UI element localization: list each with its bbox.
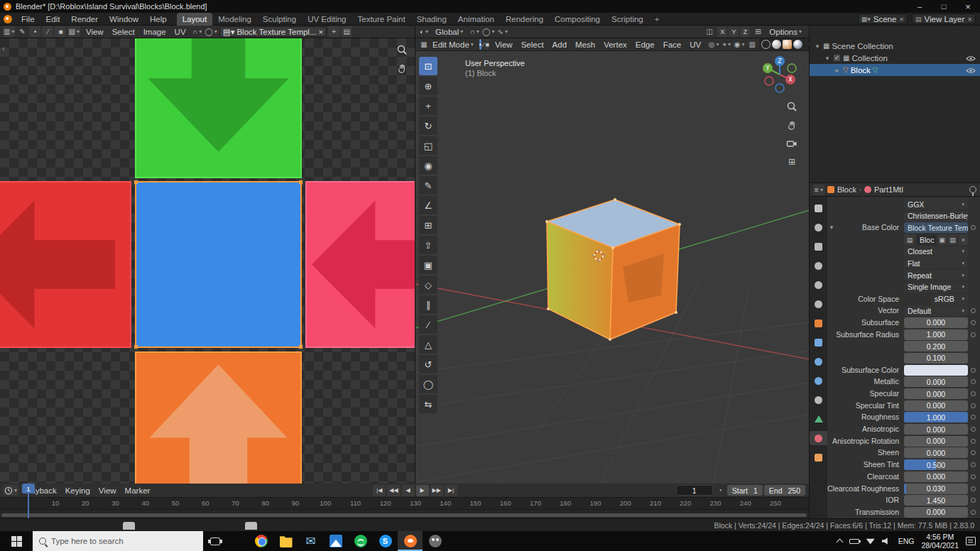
disclosure-triangle-icon[interactable]: ▸ [834, 67, 841, 74]
animate-decorator-dot[interactable] [971, 308, 976, 313]
animate-decorator-dot[interactable] [971, 391, 976, 396]
falloff-icon[interactable]: ∿ [496, 26, 508, 37]
play-reverse-button[interactable]: ◀ [402, 485, 415, 496]
object-visibility-icon[interactable]: ◎ [708, 39, 719, 50]
tool-cursor[interactable]: ⊕ [419, 77, 437, 95]
image-unlink-icon[interactable]: × [319, 28, 324, 36]
taskbar-search[interactable]: Type here to search [33, 531, 203, 551]
dropdown-repeat[interactable]: Repeat [904, 270, 968, 280]
tab-layout[interactable]: Layout [177, 13, 213, 26]
properties-tab-output[interactable] [810, 239, 827, 253]
menu-edit[interactable]: Edit [40, 13, 66, 26]
tool-select-box[interactable]: ⊡ [419, 57, 437, 75]
taskbar-clock[interactable]: 4:56 PM 28/04/2021 [921, 533, 959, 550]
mode-dropdown[interactable]: Edit Mode [431, 39, 478, 50]
dropdown-ggx[interactable]: GGX [904, 199, 968, 209]
slider-specular-tint[interactable]: 0.000 [904, 400, 968, 411]
tool-transform[interactable]: ◉ [419, 156, 437, 175]
properties-tab-particles[interactable] [810, 354, 827, 369]
dropdown-color-space[interactable]: sRGB [931, 294, 968, 305]
animate-decorator-dot[interactable] [971, 462, 976, 467]
tool-inset-faces[interactable]: ▣ [419, 256, 437, 274]
tool-bevel[interactable]: ◇ [419, 276, 437, 294]
uv-menu-uv[interactable]: UV [170, 26, 190, 38]
uv-image-editor-canvas[interactable]: ‹ [0, 38, 415, 484]
vertex-select-mode-button[interactable]: • [479, 39, 481, 50]
properties-tab-tool[interactable] [810, 201, 827, 215]
animate-decorator-dot[interactable] [971, 474, 976, 479]
slider-clearcoat[interactable]: 0.000 [904, 471, 968, 482]
frame-start-field[interactable]: Start 1 [727, 485, 763, 496]
color-swatch[interactable] [904, 365, 968, 376]
properties-tab-render[interactable] [810, 220, 827, 234]
snap-magnet-icon[interactable]: ∩ [469, 26, 480, 37]
taskbar-app-gimp[interactable] [423, 531, 447, 551]
outliner-row-scene-collection[interactable]: ▾▦Scene Collection [810, 40, 980, 52]
properties-tab-view-layer[interactable] [810, 258, 827, 273]
navigation-axis-gizmo[interactable]: X Y Z [759, 54, 800, 95]
uv-select-island-icon[interactable]: ▧ [67, 26, 80, 37]
play-button[interactable]: ▶ [416, 485, 429, 496]
axis-toggle-x[interactable]: X [717, 27, 727, 37]
taskbar-app-mail[interactable] [298, 531, 323, 551]
close-button[interactable] [956, 0, 980, 13]
tool-spin[interactable]: ↺ [419, 355, 437, 373]
tool-poly-build[interactable]: △ [419, 335, 437, 354]
viewport-ortho-toggle-icon[interactable]: ⊞ [785, 155, 799, 169]
proportional-edit-icon[interactable]: ◯ [481, 26, 495, 37]
tool-measure[interactable]: ∠ [419, 196, 437, 214]
viewport-menu-vertex[interactable]: Vertex [599, 39, 631, 50]
properties-tab-modifiers[interactable] [810, 335, 827, 349]
new-image-icon[interactable]: + [328, 26, 339, 37]
tab-texture-paint[interactable]: Texture Paint [352, 13, 411, 26]
viewport-camera-icon[interactable] [785, 136, 799, 151]
tool-knife[interactable]: ∕ [419, 315, 437, 334]
unlink-image-icon[interactable]: × [959, 234, 968, 245]
animate-decorator-dot[interactable] [971, 368, 976, 373]
uv-menu-image[interactable]: Image [139, 26, 170, 38]
jump-to-prev-keyframe-button[interactable]: ◀◀ [387, 485, 400, 496]
editor-type-timeline-icon[interactable] [4, 485, 18, 496]
outliner-row-collection[interactable]: ▾✓▦Collection [810, 52, 980, 64]
menu-window[interactable]: Window [104, 13, 144, 26]
pin-icon[interactable] [969, 186, 976, 193]
viewport-menu-mesh[interactable]: Mesh [571, 39, 599, 50]
slider-clearcoat-roughness[interactable]: 0.030 [904, 484, 968, 494]
tab-compositing[interactable]: Compositing [549, 13, 606, 26]
uv-select-edge-icon[interactable]: ∕ [42, 26, 53, 37]
dropdown-flat[interactable]: Flat [904, 258, 968, 268]
face-select-mode-button[interactable]: ■ [485, 39, 489, 50]
image-icon[interactable]: ▤▾ [223, 27, 235, 37]
blender-menu-icon[interactable] [4, 15, 12, 23]
disclosure-triangle-icon[interactable]: ▾ [824, 55, 831, 62]
viewport-zoom-icon[interactable] [785, 99, 799, 114]
taskbar-app-photos[interactable] [323, 531, 348, 551]
slider-anisotropic[interactable]: 0.000 [904, 424, 968, 435]
overlays-toggle-icon[interactable]: ◉ [734, 39, 745, 50]
hidden-icons-chevron[interactable] [836, 539, 843, 546]
menu-render[interactable]: Render [65, 13, 104, 26]
disclosure-triangle-icon[interactable]: ▾ [814, 43, 821, 50]
outliner-row-block[interactable]: ▸▽Block▽ [810, 64, 980, 76]
menu-file[interactable]: File [16, 13, 40, 26]
animate-decorator-dot[interactable] [971, 332, 976, 337]
viewport-menu-edge[interactable]: Edge [631, 39, 659, 50]
network-icon[interactable] [866, 538, 875, 545]
viewport-menu-face[interactable]: Face [659, 39, 686, 50]
frame-end-field[interactable]: End 250 [764, 485, 805, 496]
open-image-icon[interactable]: ▤ [948, 234, 957, 245]
view-layer-unlink-icon[interactable] [967, 15, 972, 23]
slider-transmission[interactable]: 0.000 [904, 507, 968, 518]
tab-sculpting[interactable]: Sculpting [257, 13, 302, 26]
battery-icon[interactable] [849, 539, 859, 544]
transform-orientation-dropdown[interactable]: Global [431, 26, 467, 38]
region-toggle-icon[interactable]: ‹ [2, 44, 5, 53]
timeline-menu-keying[interactable]: Keying [61, 485, 94, 496]
dropdown-closest[interactable]: Closest [904, 246, 968, 257]
scene-browse-icon[interactable]: ▦▾ [861, 16, 871, 23]
taskbar-app-file-explorer[interactable] [273, 531, 298, 551]
task-view-button[interactable] [203, 531, 227, 551]
maximize-button[interactable] [932, 0, 956, 13]
animate-decorator-dot[interactable] [971, 450, 976, 455]
visibility-eye-icon[interactable] [966, 55, 976, 63]
